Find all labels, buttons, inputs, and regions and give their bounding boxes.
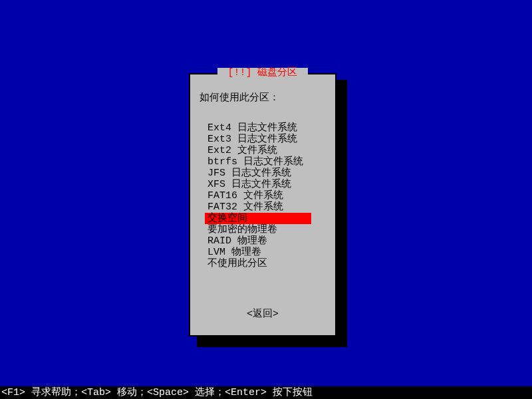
menu-item-5[interactable]: XFS 日志文件系统 (205, 179, 323, 190)
menu-item-12[interactable]: 不使用此分区 (205, 258, 323, 269)
menu-item-6[interactable]: FAT16 文件系统 (205, 190, 323, 201)
menu-item-2[interactable]: Ext2 文件系统 (205, 145, 323, 156)
dialog-title: [!!] 磁盘分区 (217, 68, 307, 78)
menu-item-4[interactable]: JFS 日志文件系统 (205, 168, 323, 179)
menu-item-10[interactable]: RAID 物理卷 (205, 235, 323, 247)
menu-item-9[interactable]: 要加密的物理卷 (205, 224, 323, 235)
menu-item-8[interactable]: 交换空间 (205, 213, 311, 224)
filesystem-menu[interactable]: Ext4 日志文件系统Ext3 日志文件系统Ext2 文件系统btrfs 日志文… (205, 122, 323, 269)
partition-dialog: [!!] 磁盘分区 如何使用此分区： Ext4 日志文件系统Ext3 日志文件系… (189, 73, 336, 336)
installer-screen: [!!] 磁盘分区 如何使用此分区： Ext4 日志文件系统Ext3 日志文件系… (0, 0, 532, 399)
dialog-prompt: 如何使用此分区： (200, 93, 279, 103)
menu-item-7[interactable]: FAT32 文件系统 (205, 201, 323, 213)
key-hint-bar: <F1> 寻求帮助；<Tab> 移动；<Space> 选择；<Enter> 按下… (0, 386, 532, 399)
menu-item-0[interactable]: Ext4 日志文件系统 (205, 122, 323, 134)
menu-item-3[interactable]: btrfs 日志文件系统 (205, 156, 323, 168)
menu-item-1[interactable]: Ext3 日志文件系统 (205, 134, 323, 145)
dialog-title-wrap: [!!] 磁盘分区 (190, 68, 335, 78)
menu-item-11[interactable]: LVM 物理卷 (205, 247, 323, 258)
back-button[interactable]: <返回> (190, 309, 335, 319)
